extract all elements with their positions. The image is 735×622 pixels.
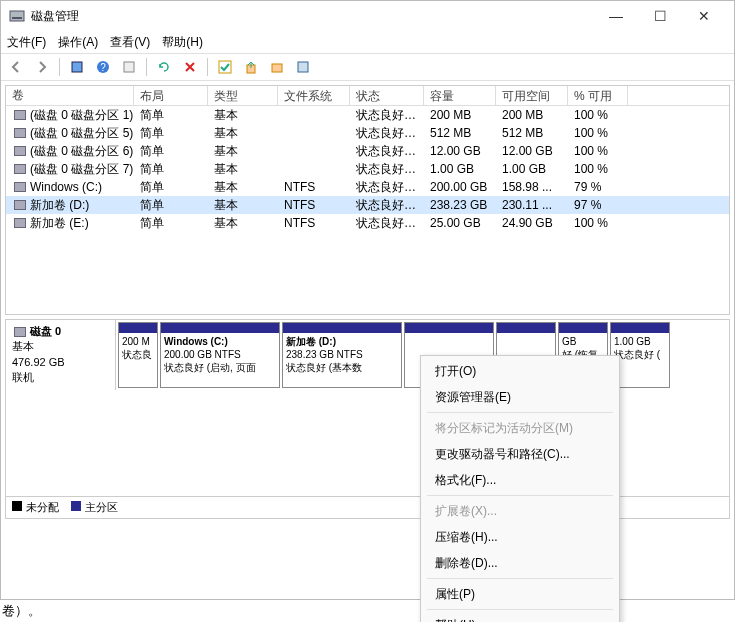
volume-icon bbox=[14, 110, 26, 120]
content-area: 卷 布局 类型 文件系统 状态 容量 可用空间 % 可用 (磁盘 0 磁盘分区 … bbox=[1, 81, 734, 599]
volume-icon bbox=[14, 164, 26, 174]
maximize-button[interactable]: ☐ bbox=[638, 1, 682, 31]
disk-info[interactable]: 磁盘 0 基本 476.92 GB 联机 bbox=[6, 320, 116, 390]
folder-icon[interactable] bbox=[266, 56, 288, 78]
svg-rect-6 bbox=[219, 61, 231, 73]
titlebar: 磁盘管理 — ☐ ✕ bbox=[1, 1, 734, 31]
disk-layout-pane: 磁盘 0 基本 476.92 GB 联机 200 M状态良Windows (C:… bbox=[5, 319, 730, 519]
partition[interactable]: 新加卷 (D:)238.23 GB NTFS状态良好 (基本数 bbox=[282, 322, 402, 388]
list-header: 卷 布局 类型 文件系统 状态 容量 可用空间 % 可用 bbox=[6, 86, 729, 106]
delete-icon[interactable] bbox=[179, 56, 201, 78]
menu-help[interactable]: 帮助(H) bbox=[421, 612, 619, 622]
menu-open[interactable]: 打开(O) bbox=[421, 358, 619, 384]
volume-row[interactable]: (磁盘 0 磁盘分区 6)简单基本状态良好 (...12.00 GB12.00 … bbox=[6, 142, 729, 160]
header-layout[interactable]: 布局 bbox=[134, 86, 208, 105]
forward-button[interactable] bbox=[31, 56, 53, 78]
header-capacity[interactable]: 容量 bbox=[424, 86, 496, 105]
disk-management-window: 磁盘管理 — ☐ ✕ 文件(F) 操作(A) 查看(V) 帮助(H) ? 卷 布… bbox=[0, 0, 735, 600]
header-free[interactable]: 可用空间 bbox=[496, 86, 568, 105]
close-button[interactable]: ✕ bbox=[682, 1, 726, 31]
svg-rect-1 bbox=[12, 17, 22, 19]
svg-rect-2 bbox=[72, 62, 82, 72]
menu-separator bbox=[427, 495, 613, 496]
volume-row[interactable]: (磁盘 0 磁盘分区 1)简单基本状态良好 (...200 MB200 MB10… bbox=[6, 106, 729, 124]
legend-unallocated: 未分配 bbox=[12, 500, 59, 515]
menu-shrink[interactable]: 压缩卷(H)... bbox=[421, 524, 619, 550]
legend-blue-box bbox=[71, 501, 81, 511]
menu-action[interactable]: 操作(A) bbox=[58, 34, 98, 51]
volume-row[interactable]: 新加卷 (D:)简单基本NTFS状态良好 (...238.23 GB230.11… bbox=[6, 196, 729, 214]
volume-row[interactable]: (磁盘 0 磁盘分区 7)简单基本状态良好 (...1.00 GB1.00 GB… bbox=[6, 160, 729, 178]
menu-explorer[interactable]: 资源管理器(E) bbox=[421, 384, 619, 410]
legend-black-box bbox=[12, 501, 22, 511]
partition[interactable]: 200 M状态良 bbox=[118, 322, 158, 388]
list-body: (磁盘 0 磁盘分区 1)简单基本状态良好 (...200 MB200 MB10… bbox=[6, 106, 729, 232]
svg-rect-0 bbox=[10, 11, 24, 21]
volume-row[interactable]: (磁盘 0 磁盘分区 5)简单基本状态良好 (...512 MB512 MB10… bbox=[6, 124, 729, 142]
toolbar-icon-2[interactable] bbox=[118, 56, 140, 78]
svg-text:?: ? bbox=[100, 62, 106, 73]
menu-help[interactable]: 帮助(H) bbox=[162, 34, 203, 51]
toolbar-icon-1[interactable] bbox=[66, 56, 88, 78]
check-icon[interactable] bbox=[214, 56, 236, 78]
volume-icon bbox=[14, 182, 26, 192]
volume-row[interactable]: Windows (C:)简单基本NTFS状态良好 (...200.00 GB15… bbox=[6, 178, 729, 196]
volume-icon bbox=[14, 218, 26, 228]
menu-separator bbox=[427, 578, 613, 579]
volume-list-pane: 卷 布局 类型 文件系统 状态 容量 可用空间 % 可用 (磁盘 0 磁盘分区 … bbox=[5, 85, 730, 315]
legend: 未分配 主分区 bbox=[6, 496, 729, 518]
menu-format[interactable]: 格式化(F)... bbox=[421, 467, 619, 493]
toolbar-separator bbox=[146, 58, 147, 76]
disk-name: 磁盘 0 bbox=[30, 324, 61, 339]
menubar: 文件(F) 操作(A) 查看(V) 帮助(H) bbox=[1, 31, 734, 53]
context-menu: 打开(O) 资源管理器(E) 将分区标记为活动分区(M) 更改驱动器号和路径(C… bbox=[420, 355, 620, 622]
disk-type: 基本 bbox=[12, 339, 109, 354]
footer-text: 卷）。 bbox=[2, 602, 41, 620]
menu-separator bbox=[427, 412, 613, 413]
volume-icon bbox=[14, 200, 26, 210]
disk-size: 476.92 GB bbox=[12, 355, 109, 370]
header-status[interactable]: 状态 bbox=[350, 86, 424, 105]
toolbar-icon-3[interactable] bbox=[240, 56, 262, 78]
toolbar-separator bbox=[59, 58, 60, 76]
toolbar-separator bbox=[207, 58, 208, 76]
svg-rect-8 bbox=[272, 64, 282, 72]
window-title: 磁盘管理 bbox=[31, 8, 594, 25]
help-icon[interactable]: ? bbox=[92, 56, 114, 78]
header-volume[interactable]: 卷 bbox=[6, 86, 134, 105]
menu-extend: 扩展卷(X)... bbox=[421, 498, 619, 524]
back-button[interactable] bbox=[5, 56, 27, 78]
menu-mark-active: 将分区标记为活动分区(M) bbox=[421, 415, 619, 441]
volume-icon bbox=[14, 146, 26, 156]
toolbar-icon-4[interactable] bbox=[292, 56, 314, 78]
menu-change-drive[interactable]: 更改驱动器号和路径(C)... bbox=[421, 441, 619, 467]
disk-icon bbox=[14, 327, 26, 337]
toolbar: ? bbox=[1, 53, 734, 81]
menu-separator bbox=[427, 609, 613, 610]
header-pct[interactable]: % 可用 bbox=[568, 86, 628, 105]
legend-primary: 主分区 bbox=[71, 500, 118, 515]
minimize-button[interactable]: — bbox=[594, 1, 638, 31]
volume-row[interactable]: 新加卷 (E:)简单基本NTFS状态良好 (...25.00 GB24.90 G… bbox=[6, 214, 729, 232]
header-filesystem[interactable]: 文件系统 bbox=[278, 86, 350, 105]
menu-delete[interactable]: 删除卷(D)... bbox=[421, 550, 619, 576]
menu-file[interactable]: 文件(F) bbox=[7, 34, 46, 51]
menu-view[interactable]: 查看(V) bbox=[110, 34, 150, 51]
svg-rect-9 bbox=[298, 62, 308, 72]
disk-row: 磁盘 0 基本 476.92 GB 联机 200 M状态良Windows (C:… bbox=[6, 320, 729, 390]
volume-icon bbox=[14, 128, 26, 138]
menu-properties[interactable]: 属性(P) bbox=[421, 581, 619, 607]
header-type[interactable]: 类型 bbox=[208, 86, 278, 105]
refresh-icon[interactable] bbox=[153, 56, 175, 78]
disk-status: 联机 bbox=[12, 370, 109, 385]
app-icon bbox=[9, 8, 25, 24]
partition[interactable]: Windows (C:)200.00 GB NTFS状态良好 (启动, 页面 bbox=[160, 322, 280, 388]
svg-rect-5 bbox=[124, 62, 134, 72]
